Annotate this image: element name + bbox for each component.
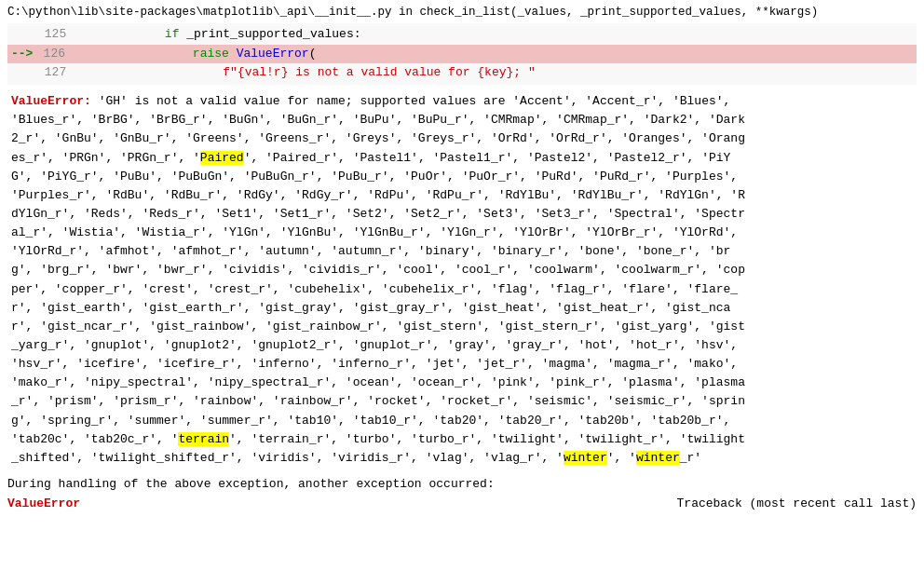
file-path: C:\python\lib\site-packages\matplotlib\_… bbox=[7, 4, 917, 21]
traceback-text: Traceback (most recent call last) bbox=[677, 497, 917, 510]
arrow-indicator: --> bbox=[11, 45, 39, 64]
main-container: C:\python\lib\site-packages\matplotlib\_… bbox=[0, 0, 924, 514]
line-number-125: 125 bbox=[40, 25, 77, 45]
line-number-127: 127 bbox=[40, 63, 77, 83]
traceback-line: ValueError Traceback (most recent call l… bbox=[7, 497, 917, 510]
code-content-125: if _print_supported_values: bbox=[77, 25, 913, 45]
error-section: ValueError: 'GH' is not a valid value fo… bbox=[7, 88, 917, 471]
code-line-126: --> 126 raise ValueError( bbox=[7, 45, 917, 64]
code-content-126: raise ValueError( bbox=[76, 45, 913, 64]
no-arrow bbox=[11, 25, 40, 45]
code-block: 125 if _print_supported_values: --> 126 … bbox=[7, 23, 917, 85]
no-arrow-2 bbox=[11, 63, 40, 83]
error-label: ValueError: bbox=[11, 94, 91, 108]
traceback-error-label: ValueError bbox=[7, 497, 80, 510]
line-number-126: 126 bbox=[39, 45, 76, 64]
code-line-127: 127 f"{val!r} is not a valid value for {… bbox=[7, 63, 917, 83]
code-line-125: 125 if _print_supported_values: bbox=[7, 25, 917, 45]
code-content-127: f"{val!r} is not a valid value for {key}… bbox=[77, 63, 913, 83]
error-message: ValueError: 'GH' is not a valid value fo… bbox=[11, 92, 913, 468]
exception-divider: During handling of the above exception, … bbox=[7, 477, 917, 491]
